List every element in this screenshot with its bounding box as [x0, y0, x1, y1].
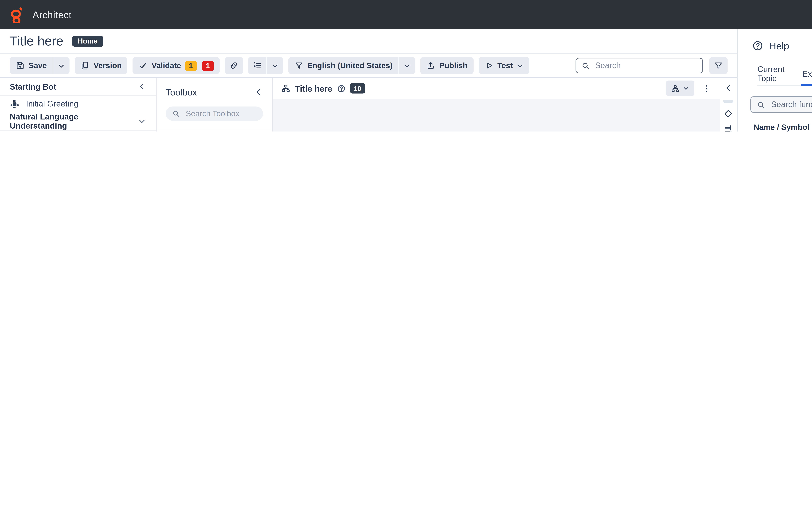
- language-split-button: English (United States): [288, 57, 415, 74]
- expressions-table-header: Name / Symbol Category: [738, 119, 812, 132]
- function-search-input[interactable]: [770, 99, 812, 110]
- toolbar-search: [576, 58, 703, 73]
- ordered-list-icon: [253, 61, 262, 70]
- layout-menu-button[interactable]: [666, 81, 694, 96]
- chevron-down-icon: [683, 85, 689, 91]
- search-icon: [581, 61, 590, 70]
- canvas-count-badge: 10: [350, 83, 365, 93]
- validate-label: Validate: [152, 61, 181, 70]
- app-title: Architect: [32, 9, 72, 20]
- bot-chip-icon: [10, 99, 19, 109]
- chevron-left-icon[interactable]: [724, 84, 733, 92]
- sidebar-section-natural-language-understanding: Natural Language UnderstandingIntentsSlo…: [0, 112, 156, 132]
- publish-label: Publish: [439, 61, 467, 70]
- org-chart-icon: [671, 84, 680, 92]
- canvas-flow-title: Title here: [295, 84, 332, 93]
- function-search: [750, 96, 812, 113]
- canvas-kebab-menu[interactable]: [701, 84, 711, 93]
- toolbox-title: Toolbox: [166, 87, 197, 98]
- section-label: Starting Bot: [10, 82, 56, 91]
- copy-link-button[interactable]: [225, 57, 243, 74]
- column-name-symbol: Name / Symbol: [754, 123, 809, 132]
- canvas-header: Title here 10: [273, 78, 720, 99]
- test-label: Test: [497, 61, 513, 70]
- toolbox-item-ask[interactable]: Ask: [157, 129, 272, 132]
- chevron-left-icon[interactable]: [138, 83, 146, 91]
- chevron-down-icon: [58, 62, 65, 69]
- sidebar-section-starting-bot: Starting BotInitial Greeting: [0, 78, 156, 112]
- right-rail: Title here 10: [720, 78, 737, 132]
- architect-app: Architect User Name Title here Home: [0, 0, 812, 132]
- toolbox-items: AskCommunicateDataDisconnectExternal Con…: [157, 129, 272, 132]
- publish-upload-icon: [426, 61, 435, 70]
- version-label: Version: [93, 61, 122, 70]
- save-label: Save: [29, 61, 47, 70]
- validate-warning-badge: 1: [185, 61, 197, 71]
- publish-button[interactable]: Publish: [420, 57, 473, 74]
- help-title: Help: [769, 40, 789, 51]
- language-label: English (United States): [307, 61, 392, 70]
- chevron-left-icon[interactable]: [254, 88, 263, 97]
- genesys-logo-icon: [10, 6, 25, 24]
- toolbox-panel: Toolbox AskCommunicateDataDisconnectExte…: [157, 78, 273, 132]
- sidebar-item-initial-greeting[interactable]: Initial Greeting: [0, 96, 156, 112]
- page-title: Title here: [10, 34, 63, 49]
- topbar: Architect User Name: [0, 0, 812, 29]
- search-icon: [172, 110, 180, 118]
- filter-funnel-icon: [714, 61, 723, 70]
- chevron-down-icon: [517, 62, 524, 69]
- sidebar-item-label: Initial Greeting: [26, 99, 78, 108]
- filter-funnel-icon: [294, 61, 303, 70]
- search-icon: [757, 100, 765, 109]
- rail-flow-title[interactable]: Title here: [723, 125, 733, 132]
- test-button[interactable]: Test: [479, 57, 530, 74]
- search-filter-button[interactable]: [709, 57, 727, 74]
- toolbox-search-input[interactable]: [185, 108, 257, 119]
- play-icon: [484, 61, 494, 70]
- language-menu-button[interactable]: [398, 57, 415, 74]
- version-button[interactable]: Version: [75, 57, 128, 74]
- list-menu-button[interactable]: [266, 57, 283, 74]
- save-split-button: Save: [10, 57, 70, 74]
- validate-error-badge: 1: [202, 61, 214, 71]
- nav-sidebar: Starting BotInitial GreetingNatural Lang…: [0, 78, 157, 132]
- help-tabs: Current Topic Expressions Resources: [757, 62, 812, 86]
- version-icon: [81, 61, 90, 70]
- flow-canvas: Title here 10 Start: [273, 78, 720, 132]
- help-panel: Help Current Topic Expressions Resources…: [737, 29, 812, 132]
- canvas-body[interactable]: Start 90 Communicate Communication:: [273, 99, 720, 132]
- save-menu-button[interactable]: [53, 57, 70, 74]
- language-button[interactable]: English (United States): [288, 57, 398, 74]
- save-button[interactable]: Save: [10, 57, 53, 74]
- toolbox-search: [166, 106, 263, 121]
- ordered-list-button[interactable]: [248, 57, 266, 74]
- tab-current-topic[interactable]: Current Topic: [757, 62, 791, 85]
- chevron-down-icon[interactable]: [138, 117, 146, 125]
- sidebar-section-header-starting-bot[interactable]: Starting Bot: [0, 78, 156, 96]
- link-icon: [229, 61, 238, 70]
- toolbar: Save Version Validate 1 1: [0, 54, 737, 78]
- task-flow-icon: [281, 84, 290, 93]
- home-badge: Home: [72, 36, 103, 47]
- save-icon: [16, 61, 25, 70]
- section-label: Natural Language Understanding: [10, 112, 138, 130]
- diamond-icon[interactable]: [724, 109, 733, 118]
- sidebar-item-intents[interactable]: Intents: [0, 131, 156, 132]
- list-split-button: [248, 57, 283, 74]
- check-icon: [139, 61, 148, 70]
- validate-button[interactable]: Validate 1 1: [133, 57, 220, 74]
- chevron-down-icon: [272, 62, 279, 69]
- rail-divider: [723, 100, 734, 103]
- question-circle-icon[interactable]: [337, 84, 345, 92]
- question-circle-icon: [752, 40, 763, 51]
- sidebar-section-header-natural-language-understanding[interactable]: Natural Language Understanding: [0, 112, 156, 131]
- flow-titlebar: Title here Home: [0, 29, 737, 54]
- tab-expressions[interactable]: Expressions: [802, 62, 812, 85]
- sidebar-sections: Starting BotInitial GreetingNatural Lang…: [0, 78, 156, 132]
- search-input[interactable]: [594, 60, 697, 71]
- chevron-down-icon: [404, 62, 411, 69]
